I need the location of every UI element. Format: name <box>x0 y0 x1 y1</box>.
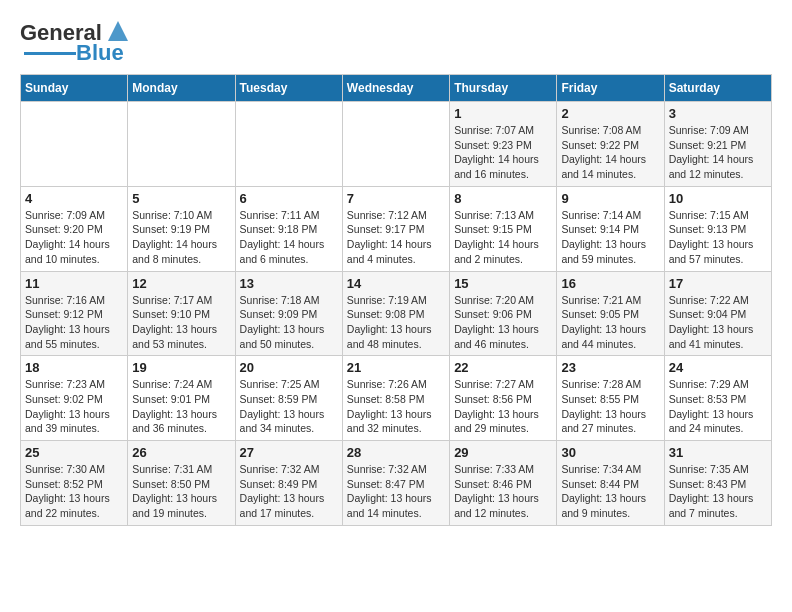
day-cell: 23Sunrise: 7:28 AM Sunset: 8:55 PM Dayli… <box>557 356 664 441</box>
day-number: 22 <box>454 360 552 375</box>
day-info: Sunrise: 7:20 AM Sunset: 9:06 PM Dayligh… <box>454 293 552 352</box>
day-info: Sunrise: 7:24 AM Sunset: 9:01 PM Dayligh… <box>132 377 230 436</box>
day-number: 29 <box>454 445 552 460</box>
day-number: 6 <box>240 191 338 206</box>
day-info: Sunrise: 7:27 AM Sunset: 8:56 PM Dayligh… <box>454 377 552 436</box>
day-cell: 6Sunrise: 7:11 AM Sunset: 9:18 PM Daylig… <box>235 186 342 271</box>
day-info: Sunrise: 7:21 AM Sunset: 9:05 PM Dayligh… <box>561 293 659 352</box>
week-row-2: 4Sunrise: 7:09 AM Sunset: 9:20 PM Daylig… <box>21 186 772 271</box>
col-header-saturday: Saturday <box>664 75 771 102</box>
day-number: 12 <box>132 276 230 291</box>
day-cell: 1Sunrise: 7:07 AM Sunset: 9:23 PM Daylig… <box>450 102 557 187</box>
day-cell: 4Sunrise: 7:09 AM Sunset: 9:20 PM Daylig… <box>21 186 128 271</box>
day-number: 8 <box>454 191 552 206</box>
svg-marker-0 <box>108 21 128 41</box>
day-cell <box>128 102 235 187</box>
logo-blue: Blue <box>76 40 124 66</box>
day-cell: 28Sunrise: 7:32 AM Sunset: 8:47 PM Dayli… <box>342 441 449 526</box>
day-info: Sunrise: 7:29 AM Sunset: 8:53 PM Dayligh… <box>669 377 767 436</box>
day-number: 14 <box>347 276 445 291</box>
day-number: 30 <box>561 445 659 460</box>
day-cell: 2Sunrise: 7:08 AM Sunset: 9:22 PM Daylig… <box>557 102 664 187</box>
day-info: Sunrise: 7:19 AM Sunset: 9:08 PM Dayligh… <box>347 293 445 352</box>
day-number: 13 <box>240 276 338 291</box>
week-row-5: 25Sunrise: 7:30 AM Sunset: 8:52 PM Dayli… <box>21 441 772 526</box>
day-info: Sunrise: 7:09 AM Sunset: 9:20 PM Dayligh… <box>25 208 123 267</box>
day-info: Sunrise: 7:10 AM Sunset: 9:19 PM Dayligh… <box>132 208 230 267</box>
day-number: 27 <box>240 445 338 460</box>
day-info: Sunrise: 7:13 AM Sunset: 9:15 PM Dayligh… <box>454 208 552 267</box>
day-info: Sunrise: 7:28 AM Sunset: 8:55 PM Dayligh… <box>561 377 659 436</box>
day-number: 2 <box>561 106 659 121</box>
day-info: Sunrise: 7:07 AM Sunset: 9:23 PM Dayligh… <box>454 123 552 182</box>
day-info: Sunrise: 7:35 AM Sunset: 8:43 PM Dayligh… <box>669 462 767 521</box>
day-cell: 17Sunrise: 7:22 AM Sunset: 9:04 PM Dayli… <box>664 271 771 356</box>
day-cell: 7Sunrise: 7:12 AM Sunset: 9:17 PM Daylig… <box>342 186 449 271</box>
day-number: 10 <box>669 191 767 206</box>
day-number: 5 <box>132 191 230 206</box>
day-cell: 21Sunrise: 7:26 AM Sunset: 8:58 PM Dayli… <box>342 356 449 441</box>
day-info: Sunrise: 7:34 AM Sunset: 8:44 PM Dayligh… <box>561 462 659 521</box>
day-cell <box>235 102 342 187</box>
col-header-monday: Monday <box>128 75 235 102</box>
day-number: 9 <box>561 191 659 206</box>
day-number: 11 <box>25 276 123 291</box>
week-row-1: 1Sunrise: 7:07 AM Sunset: 9:23 PM Daylig… <box>21 102 772 187</box>
col-header-sunday: Sunday <box>21 75 128 102</box>
day-cell: 29Sunrise: 7:33 AM Sunset: 8:46 PM Dayli… <box>450 441 557 526</box>
day-info: Sunrise: 7:22 AM Sunset: 9:04 PM Dayligh… <box>669 293 767 352</box>
day-number: 21 <box>347 360 445 375</box>
calendar-table: SundayMondayTuesdayWednesdayThursdayFrid… <box>20 74 772 526</box>
day-number: 25 <box>25 445 123 460</box>
day-info: Sunrise: 7:32 AM Sunset: 8:49 PM Dayligh… <box>240 462 338 521</box>
day-number: 20 <box>240 360 338 375</box>
day-info: Sunrise: 7:23 AM Sunset: 9:02 PM Dayligh… <box>25 377 123 436</box>
day-number: 16 <box>561 276 659 291</box>
day-number: 4 <box>25 191 123 206</box>
page-header: General Blue <box>20 20 772 66</box>
day-number: 26 <box>132 445 230 460</box>
day-info: Sunrise: 7:31 AM Sunset: 8:50 PM Dayligh… <box>132 462 230 521</box>
day-cell: 12Sunrise: 7:17 AM Sunset: 9:10 PM Dayli… <box>128 271 235 356</box>
day-info: Sunrise: 7:12 AM Sunset: 9:17 PM Dayligh… <box>347 208 445 267</box>
day-cell: 19Sunrise: 7:24 AM Sunset: 9:01 PM Dayli… <box>128 356 235 441</box>
day-cell: 14Sunrise: 7:19 AM Sunset: 9:08 PM Dayli… <box>342 271 449 356</box>
day-cell: 24Sunrise: 7:29 AM Sunset: 8:53 PM Dayli… <box>664 356 771 441</box>
day-info: Sunrise: 7:11 AM Sunset: 9:18 PM Dayligh… <box>240 208 338 267</box>
day-cell: 25Sunrise: 7:30 AM Sunset: 8:52 PM Dayli… <box>21 441 128 526</box>
col-header-friday: Friday <box>557 75 664 102</box>
day-number: 24 <box>669 360 767 375</box>
day-cell: 3Sunrise: 7:09 AM Sunset: 9:21 PM Daylig… <box>664 102 771 187</box>
day-cell: 5Sunrise: 7:10 AM Sunset: 9:19 PM Daylig… <box>128 186 235 271</box>
day-number: 18 <box>25 360 123 375</box>
day-info: Sunrise: 7:26 AM Sunset: 8:58 PM Dayligh… <box>347 377 445 436</box>
day-cell: 9Sunrise: 7:14 AM Sunset: 9:14 PM Daylig… <box>557 186 664 271</box>
day-info: Sunrise: 7:33 AM Sunset: 8:46 PM Dayligh… <box>454 462 552 521</box>
day-number: 7 <box>347 191 445 206</box>
col-header-tuesday: Tuesday <box>235 75 342 102</box>
day-info: Sunrise: 7:18 AM Sunset: 9:09 PM Dayligh… <box>240 293 338 352</box>
day-cell: 20Sunrise: 7:25 AM Sunset: 8:59 PM Dayli… <box>235 356 342 441</box>
day-number: 17 <box>669 276 767 291</box>
day-cell: 8Sunrise: 7:13 AM Sunset: 9:15 PM Daylig… <box>450 186 557 271</box>
logo: General Blue <box>20 20 132 66</box>
day-cell: 11Sunrise: 7:16 AM Sunset: 9:12 PM Dayli… <box>21 271 128 356</box>
day-cell: 10Sunrise: 7:15 AM Sunset: 9:13 PM Dayli… <box>664 186 771 271</box>
day-cell: 13Sunrise: 7:18 AM Sunset: 9:09 PM Dayli… <box>235 271 342 356</box>
day-cell: 15Sunrise: 7:20 AM Sunset: 9:06 PM Dayli… <box>450 271 557 356</box>
day-cell: 31Sunrise: 7:35 AM Sunset: 8:43 PM Dayli… <box>664 441 771 526</box>
day-number: 19 <box>132 360 230 375</box>
day-cell <box>342 102 449 187</box>
day-cell: 16Sunrise: 7:21 AM Sunset: 9:05 PM Dayli… <box>557 271 664 356</box>
day-cell <box>21 102 128 187</box>
day-info: Sunrise: 7:09 AM Sunset: 9:21 PM Dayligh… <box>669 123 767 182</box>
week-row-3: 11Sunrise: 7:16 AM Sunset: 9:12 PM Dayli… <box>21 271 772 356</box>
day-info: Sunrise: 7:17 AM Sunset: 9:10 PM Dayligh… <box>132 293 230 352</box>
day-number: 3 <box>669 106 767 121</box>
col-header-wednesday: Wednesday <box>342 75 449 102</box>
day-cell: 26Sunrise: 7:31 AM Sunset: 8:50 PM Dayli… <box>128 441 235 526</box>
day-info: Sunrise: 7:32 AM Sunset: 8:47 PM Dayligh… <box>347 462 445 521</box>
day-info: Sunrise: 7:08 AM Sunset: 9:22 PM Dayligh… <box>561 123 659 182</box>
day-number: 23 <box>561 360 659 375</box>
day-info: Sunrise: 7:14 AM Sunset: 9:14 PM Dayligh… <box>561 208 659 267</box>
